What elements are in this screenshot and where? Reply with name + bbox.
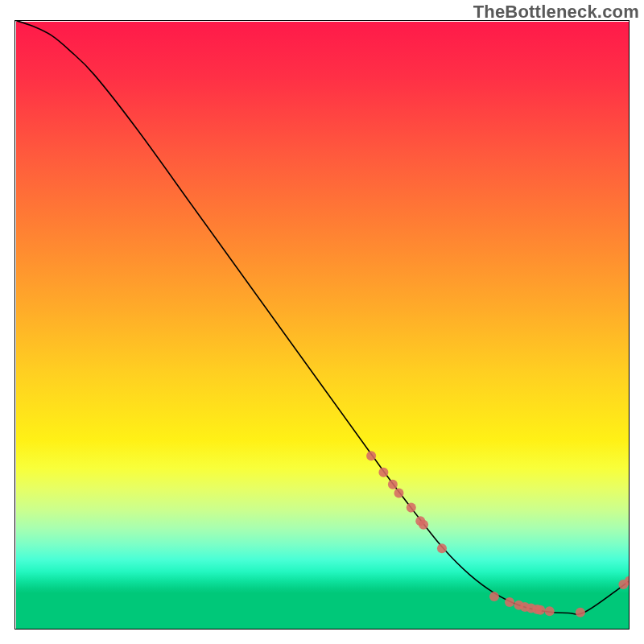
data-point [437,543,447,553]
data-point [545,606,555,616]
data-point [505,597,514,607]
data-point [576,608,585,617]
data-point [407,503,416,513]
data-point [535,605,545,615]
data-point [489,592,499,601]
data-point [378,468,388,477]
main-curve [14,20,630,614]
data-point [366,451,376,460]
chart-container: TheBottleneck.com [0,0,644,644]
watermark-text: TheBottleneck.com [473,2,639,23]
chart-svg [14,20,630,630]
plot-area [14,20,630,630]
data-point [394,488,404,497]
data-point [419,520,428,530]
data-markers [366,451,630,617]
data-point [388,480,398,489]
